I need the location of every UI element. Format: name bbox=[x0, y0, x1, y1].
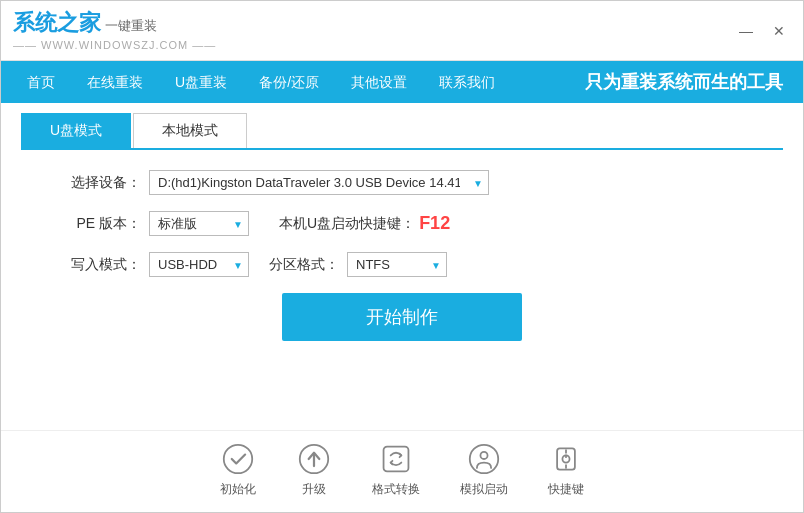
app-logo: 系统之家 一键重装 —— WWW.WINDOWSZJ.COM —— bbox=[13, 10, 216, 50]
svg-rect-3 bbox=[384, 447, 409, 472]
device-select-wrapper: D:(hd1)Kingston DataTraveler 3.0 USB Dev… bbox=[149, 170, 489, 195]
shortcut-key-value: F12 bbox=[419, 213, 450, 234]
app-url: —— WWW.WINDOWSZJ.COM —— bbox=[13, 39, 216, 51]
minimize-button[interactable]: — bbox=[733, 21, 759, 41]
write-row: 写入模式： USB-HDD 分区格式： NTFS bbox=[61, 252, 743, 277]
nav-home[interactable]: 首页 bbox=[11, 61, 71, 103]
tool-shortcut[interactable]: 快捷键 bbox=[548, 441, 584, 498]
nav-bar: 首页 在线重装 U盘重装 备份/还原 其他设置 联系我们 只为重装系统而生的工具 bbox=[1, 61, 803, 103]
partition-select[interactable]: NTFS bbox=[347, 252, 447, 277]
nav-usb-reinstall[interactable]: U盘重装 bbox=[159, 61, 243, 103]
main-window: 系统之家 一键重装 —— WWW.WINDOWSZJ.COM —— — ✕ 首页… bbox=[0, 0, 804, 513]
simulate-icon bbox=[466, 441, 502, 477]
tool-init[interactable]: 初始化 bbox=[220, 441, 256, 498]
pe-label: PE 版本： bbox=[61, 215, 141, 233]
tool-init-label: 初始化 bbox=[220, 481, 256, 498]
tab-local-mode[interactable]: 本地模式 bbox=[133, 113, 247, 148]
nav-other-settings[interactable]: 其他设置 bbox=[335, 61, 423, 103]
tool-upgrade-label: 升级 bbox=[302, 481, 326, 498]
nav-slogan: 只为重装系统而生的工具 bbox=[585, 70, 793, 94]
tool-simulate[interactable]: 模拟启动 bbox=[460, 441, 508, 498]
pe-select[interactable]: 标准版 bbox=[149, 211, 249, 236]
pe-select-wrapper: 标准版 bbox=[149, 211, 249, 236]
tool-format[interactable]: 格式转换 bbox=[372, 441, 420, 498]
app-title: 系统之家 bbox=[13, 10, 101, 36]
app-subtitle: 一键重装 bbox=[105, 17, 157, 35]
bottom-toolbar: 初始化 升级 bbox=[1, 430, 803, 512]
close-button[interactable]: ✕ bbox=[767, 21, 791, 41]
tab-usb-mode[interactable]: U盘模式 bbox=[21, 113, 131, 148]
make-button[interactable]: 开始制作 bbox=[282, 293, 522, 341]
tool-simulate-label: 模拟启动 bbox=[460, 481, 508, 498]
window-controls: — ✕ bbox=[733, 21, 791, 41]
init-icon bbox=[220, 441, 256, 477]
tool-format-label: 格式转换 bbox=[372, 481, 420, 498]
device-label: 选择设备： bbox=[61, 174, 141, 192]
svg-point-5 bbox=[480, 452, 487, 459]
make-btn-wrapper: 开始制作 bbox=[61, 293, 743, 341]
title-bar: 系统之家 一键重装 —— WWW.WINDOWSZJ.COM —— — ✕ bbox=[1, 1, 803, 61]
tool-shortcut-label: 快捷键 bbox=[548, 481, 584, 498]
upgrade-icon bbox=[296, 441, 332, 477]
form-area: 选择设备： D:(hd1)Kingston DataTraveler 3.0 U… bbox=[1, 150, 803, 430]
shortcut-icon bbox=[548, 441, 584, 477]
format-icon bbox=[378, 441, 414, 477]
nav-backup-restore[interactable]: 备份/还原 bbox=[243, 61, 335, 103]
write-select[interactable]: USB-HDD bbox=[149, 252, 249, 277]
svg-point-0 bbox=[224, 445, 252, 473]
tab-bar: U盘模式 本地模式 bbox=[21, 113, 783, 150]
write-label: 写入模式： bbox=[61, 256, 141, 274]
tool-upgrade[interactable]: 升级 bbox=[296, 441, 332, 498]
nav-items: 首页 在线重装 U盘重装 备份/还原 其他设置 联系我们 bbox=[11, 61, 511, 103]
write-select-wrapper: USB-HDD bbox=[149, 252, 249, 277]
partition-label: 分区格式： bbox=[269, 256, 339, 274]
shortcut-label: 本机U盘启动快捷键： bbox=[279, 215, 415, 233]
device-row: 选择设备： D:(hd1)Kingston DataTraveler 3.0 U… bbox=[61, 170, 743, 195]
pe-row: PE 版本： 标准版 本机U盘启动快捷键： F12 bbox=[61, 211, 743, 236]
main-content: U盘模式 本地模式 选择设备： D:(hd1)Kingston DataTrav… bbox=[1, 103, 803, 512]
nav-online-reinstall[interactable]: 在线重装 bbox=[71, 61, 159, 103]
device-select[interactable]: D:(hd1)Kingston DataTraveler 3.0 USB Dev… bbox=[149, 170, 489, 195]
partition-select-wrapper: NTFS bbox=[347, 252, 447, 277]
nav-contact[interactable]: 联系我们 bbox=[423, 61, 511, 103]
